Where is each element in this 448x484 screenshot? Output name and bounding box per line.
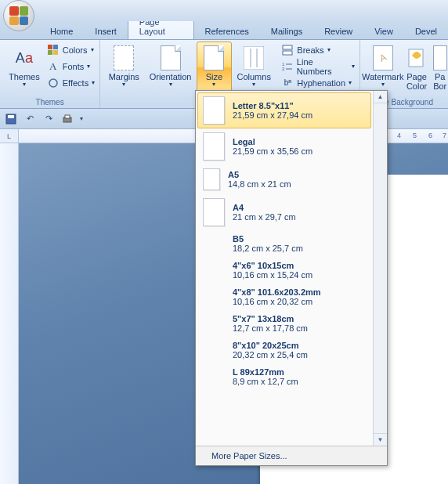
ruler-tick: 6 <box>428 132 432 139</box>
breaks-label: Breaks <box>297 45 323 55</box>
size-dim: 21 cm x 29,7 cm <box>233 212 296 222</box>
size-option-8x10[interactable]: 8"x10" 20x25cm20,32 cm x 25,4 cm <box>197 337 371 363</box>
columns-button[interactable]: Columns ▾ <box>232 42 276 93</box>
fonts-button[interactable]: A Fonts ▾ <box>45 58 96 74</box>
fonts-label: Fonts <box>63 62 85 71</box>
tab-developer[interactable]: Devel <box>404 23 448 39</box>
breaks-button[interactable]: Breaks ▾ <box>280 42 356 58</box>
hyphenation-button[interactable]: bª Hyphenation ▾ <box>280 74 356 91</box>
orientation-icon <box>158 45 183 70</box>
chevron-down-icon: ▾ <box>122 81 125 88</box>
paper-icon <box>203 132 225 161</box>
tab-home[interactable]: Home <box>39 23 84 39</box>
title-bar <box>0 0 448 21</box>
margins-icon <box>111 45 136 70</box>
size-dim: 8,9 cm x 12,7 cm <box>233 377 298 386</box>
effects-button[interactable]: Effects ▾ <box>45 74 96 91</box>
colors-button[interactable]: Colors ▾ <box>45 42 96 58</box>
chevron-down-icon: ▾ <box>87 63 90 70</box>
size-option-a4[interactable]: A421 cm x 29,7 cm <box>197 194 371 230</box>
svg-rect-3 <box>53 50 58 55</box>
breaks-icon <box>281 44 294 56</box>
svg-rect-1 <box>53 45 58 49</box>
size-dim: 10,16 cm x 15,24 cm <box>233 270 313 280</box>
size-dim: 10,16 cm x 20,32 cm <box>233 297 321 306</box>
chevron-down-icon: ▾ <box>327 47 331 53</box>
svg-rect-2 <box>48 50 52 55</box>
columns-icon <box>241 45 266 70</box>
colors-icon <box>47 44 60 56</box>
group-themes-label: Themes <box>0 97 99 108</box>
watermark-button[interactable]: A Watermark ▾ <box>362 42 403 93</box>
orientation-button[interactable]: Orientation ▾ <box>144 42 196 93</box>
size-name: A5 <box>228 170 291 179</box>
size-option-5x7[interactable]: 5"x7" 13x18cm12,7 cm x 17,78 cm <box>197 310 371 337</box>
tab-mailings[interactable]: Mailings <box>260 23 313 39</box>
page-borders-icon <box>428 45 448 70</box>
svg-point-4 <box>49 79 57 87</box>
svg-rect-8 <box>283 45 292 49</box>
size-name: Legal <box>233 137 313 146</box>
tab-review[interactable]: Review <box>313 23 363 39</box>
ruler-tick: 4 <box>397 132 401 139</box>
size-option-4x8[interactable]: 4"x8" 101.6x203.2mm10,16 cm x 20,32 cm <box>197 284 371 310</box>
size-option-legal[interactable]: Legal21,59 cm x 35,56 cm <box>197 128 371 164</box>
page-borders-button[interactable]: Pa Bor <box>430 42 448 93</box>
ruler-corner: L <box>0 129 19 143</box>
undo-icon[interactable]: ↶ <box>23 113 36 125</box>
size-name: 4"x6" 10x15cm <box>233 261 313 270</box>
size-option-4x6[interactable]: 4"x6" 10x15cm10,16 cm x 15,24 cm <box>197 257 371 284</box>
save-icon[interactable] <box>5 113 17 125</box>
size-dim: 12,7 cm x 17,78 cm <box>233 323 308 333</box>
tab-view[interactable]: View <box>363 23 404 39</box>
office-button[interactable] <box>3 0 34 31</box>
paper-icon <box>203 168 220 190</box>
ruler-tick: 5 <box>413 132 417 139</box>
size-name: B5 <box>233 234 303 244</box>
svg-rect-9 <box>283 51 292 55</box>
more-paper-sizes[interactable]: More Paper Sizes... <box>196 446 387 465</box>
size-gallery: Letter 8.5"x11"21,59 cm x 27,94 cm Legal… <box>195 90 388 466</box>
page-color-button[interactable]: Page Color <box>403 42 430 93</box>
margins-button[interactable]: Margins ▾ <box>103 42 144 93</box>
print-icon[interactable] <box>61 113 74 125</box>
watermark-icon: A <box>370 45 396 70</box>
tab-references[interactable]: References <box>194 23 260 39</box>
size-name: 5"x7" 13x18cm <box>233 314 308 323</box>
group-themes: Aa Themes ▾ Colors ▾ A Fonts ▾ <box>0 40 100 108</box>
chevron-down-icon: ▾ <box>352 63 355 70</box>
page-color-icon <box>404 45 429 70</box>
size-option-b5[interactable]: B518,2 cm x 25,7 cm <box>197 230 371 257</box>
size-name: A4 <box>233 203 296 212</box>
size-icon <box>201 45 226 70</box>
scroll-up-icon[interactable]: ▲ <box>374 91 387 103</box>
chevron-down-icon: ▾ <box>23 81 26 88</box>
svg-rect-5 <box>244 46 264 70</box>
size-dim: 14,8 cm x 21 cm <box>228 179 291 189</box>
svg-rect-0 <box>48 45 52 49</box>
line-numbers-button[interactable]: 12 Line Numbers ▾ <box>280 58 356 74</box>
hyphenation-label: Hyphenation <box>297 78 345 88</box>
hyphenation-icon: bª <box>281 77 294 89</box>
chevron-down-icon[interactable]: ▾ <box>80 115 83 122</box>
size-name: 8"x10" 20x25cm <box>233 341 308 350</box>
scroll-track[interactable] <box>374 103 387 433</box>
size-button[interactable]: Size ▾ <box>197 42 232 93</box>
size-option-l[interactable]: L 89x127mm8,9 cm x 12,7 cm <box>197 363 371 390</box>
chevron-down-icon: ▾ <box>169 81 172 88</box>
chevron-down-icon: ▾ <box>92 80 95 86</box>
colors-label: Colors <box>63 45 88 55</box>
vertical-ruler[interactable] <box>0 143 19 484</box>
effects-label: Effects <box>63 78 89 88</box>
redo-icon[interactable]: ↷ <box>42 113 55 125</box>
office-logo-icon <box>9 6 28 25</box>
size-dim: 20,32 cm x 25,4 cm <box>233 350 308 359</box>
themes-button[interactable]: Aa Themes ▾ <box>3 42 45 93</box>
gallery-scrollbar[interactable]: ▲ ▼ <box>373 91 387 446</box>
size-option-letter[interactable]: Letter 8.5"x11"21,59 cm x 27,94 cm <box>197 92 371 128</box>
size-option-a5[interactable]: A514,8 cm x 21 cm <box>197 164 371 194</box>
size-gallery-list: Letter 8.5"x11"21,59 cm x 27,94 cm Legal… <box>196 91 373 446</box>
tab-insert[interactable]: Insert <box>84 23 128 39</box>
scroll-down-icon[interactable]: ▼ <box>374 433 387 446</box>
size-name: L 89x127mm <box>233 367 298 377</box>
